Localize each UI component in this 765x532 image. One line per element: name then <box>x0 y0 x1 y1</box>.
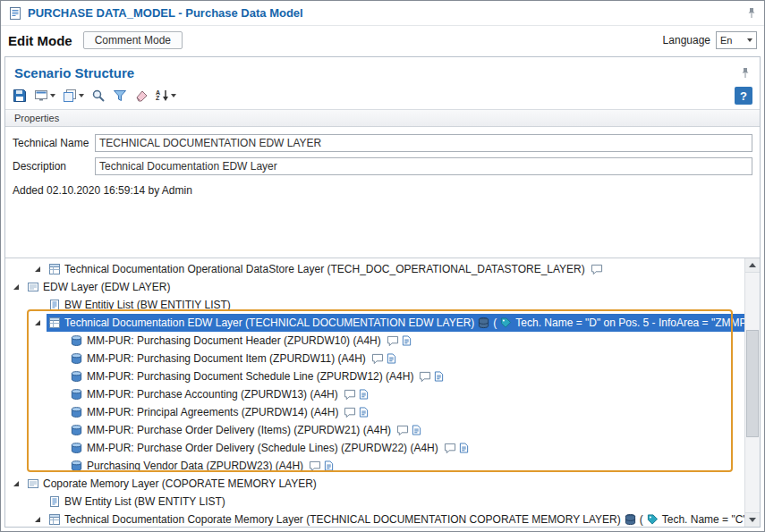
tree-row-zpurdw10[interactable]: MM-PUR: Purchasing Document Header (ZPUR… <box>5 332 744 350</box>
comment-mode-button[interactable]: Comment Mode <box>83 31 183 49</box>
row-trail-icons <box>344 388 369 401</box>
app-window: { "window": { "title": "PURCHASE DATA_MO… <box>0 0 765 532</box>
document-icon[interactable] <box>324 460 334 472</box>
row-trail-icons <box>591 264 603 275</box>
document-icon[interactable] <box>359 388 369 401</box>
tree-row-ods-techdoc[interactable]: Technical Documentation Operational Data… <box>5 260 744 278</box>
search-button[interactable] <box>91 89 106 103</box>
meta-open-paren: ( <box>493 317 497 329</box>
document-icon[interactable] <box>459 442 469 454</box>
table-icon <box>48 263 61 275</box>
description-label: Description <box>13 160 95 173</box>
window-title: PURCHASE DATA_MODEL - Purchase Data Mode… <box>28 6 303 20</box>
scenario-tree: Technical Documentation Operational Data… <box>5 258 760 527</box>
display-icon <box>34 89 48 103</box>
layer-icon <box>27 477 39 490</box>
comment-icon[interactable] <box>396 425 409 436</box>
display-options-button[interactable] <box>34 89 55 103</box>
expander-icon[interactable] <box>34 319 47 326</box>
tree-row-zpurdw13[interactable]: MM-PUR: Purchase Accounting (ZPURDW13) (… <box>5 385 744 403</box>
sort-arrow-icon <box>162 89 169 102</box>
tree-row-body: MM-PUR: Purchase Order Delivery (Items) … <box>68 421 744 439</box>
comment-icon[interactable] <box>344 407 356 418</box>
sort-button[interactable]: A Z <box>156 89 176 102</box>
comment-icon[interactable] <box>344 389 356 401</box>
vertical-scrollbar[interactable] <box>744 258 760 527</box>
properties-form: Technical Name Description <box>5 127 760 175</box>
scroll-up-button[interactable] <box>745 258 760 273</box>
tree-row-zpurdw12[interactable]: MM-PUR: Purchasing Document Schedule Lin… <box>5 367 744 385</box>
sort-letter-z: Z <box>156 96 160 101</box>
panel-pin-icon[interactable] <box>740 67 751 79</box>
document-icon[interactable] <box>387 352 396 365</box>
clear-filter-button[interactable] <box>134 89 149 103</box>
document-icon[interactable] <box>434 370 444 383</box>
comment-icon[interactable] <box>419 371 431 383</box>
tab-properties[interactable]: Properties <box>5 109 760 127</box>
chevron-down-icon <box>50 94 55 97</box>
eraser-icon <box>134 89 149 103</box>
help-button[interactable]: ? <box>735 87 752 105</box>
row-trail-icons <box>387 334 412 347</box>
naming-convention-text: Tech. Name = "D" on Pos. 5 - InfoArea = … <box>515 317 744 329</box>
chevron-down-icon <box>79 94 84 97</box>
scrollbar-thumb[interactable] <box>746 330 759 437</box>
expander-icon[interactable] <box>34 516 47 523</box>
added-info: Added 02.10.2020 16:59:14 by Admin <box>5 181 760 200</box>
toolbar: A Z ? <box>5 82 760 109</box>
tree-row-edw-techdoc-selected[interactable]: Technical Documentation EDW Layer (TECHN… <box>5 314 744 332</box>
tree-row-label: MM-PUR: Purchasing Document Header (ZPUR… <box>87 334 381 347</box>
tree-row-label: BW Entitiy List (BW ENTITIY LIST) <box>64 299 231 311</box>
pin-icon[interactable] <box>746 7 757 19</box>
save-icon <box>13 89 27 103</box>
description-input[interactable] <box>95 157 752 175</box>
table-icon <box>48 513 61 526</box>
tree-row-label: Coporate Memory Layer (COPORATE MEMORY L… <box>43 477 317 490</box>
tree-row-label: MM-PUR: Purchase Accounting (ZPURDW13) (… <box>87 388 338 401</box>
tree-row-body: Technical Documentation EDW Layer (TECHN… <box>47 314 744 332</box>
tree-row-zpurdw23[interactable]: Purchasing Vendor Data (ZPURDW23) (A4H) <box>5 457 744 475</box>
expander-icon[interactable] <box>34 266 47 273</box>
tree-row-zpurdw22[interactable]: MM-PUR: Purchase Order Delivery (Schedul… <box>5 439 744 457</box>
save-button[interactable] <box>13 89 27 103</box>
tree-row-cm-techdoc[interactable]: Technical Documentation Coporate Memory … <box>5 511 744 527</box>
tree-row-zpurdw14[interactable]: MM-PUR: Principal Agreements (ZPURDW14) … <box>5 403 744 421</box>
language-select[interactable]: En <box>716 31 757 49</box>
tree-row-bw-entity-list-edw[interactable]: BW Entitiy List (BW ENTITIY LIST) <box>5 296 744 314</box>
document-icon[interactable] <box>359 406 369 418</box>
document-icon[interactable] <box>412 424 421 436</box>
dso-cylinder-icon <box>70 405 83 419</box>
database-icon <box>625 513 636 526</box>
expander-icon[interactable] <box>13 480 25 487</box>
tree-row-bw-entity-list-cm[interactable]: BW Entity List (BW ENTITY LIST) <box>5 493 744 511</box>
tree-row-zpurdw21[interactable]: MM-PUR: Purchase Order Delivery (Items) … <box>5 421 744 439</box>
tree-row-body: BW Entity List (BW ENTITY LIST) <box>47 493 744 511</box>
technical-name-input[interactable] <box>95 134 752 152</box>
scroll-down-button[interactable] <box>745 512 760 527</box>
comment-icon[interactable] <box>387 335 399 347</box>
arrow-up-icon <box>749 263 756 267</box>
document-icon[interactable] <box>402 334 412 347</box>
copy-structure-button[interactable] <box>63 89 84 103</box>
scenario-structure-panel: Scenario Structure A Z <box>4 56 761 528</box>
comment-icon[interactable] <box>309 460 321 472</box>
tree-rows: Technical Documentation Operational Data… <box>5 258 744 527</box>
tree-row-edw-layer[interactable]: EDW Layer (EDW LAYER) <box>5 278 744 296</box>
tree-row-zpurdw11[interactable]: MM-PUR: Purchasing Document Item (ZPURDW… <box>5 350 744 367</box>
expander-icon[interactable] <box>13 283 25 291</box>
tree-row-label: MM-PUR: Purchasing Document Schedule Lin… <box>87 370 413 383</box>
naming-convention-text: Tech. Name = "C" on Pos. 5 - InfoArea <box>662 513 744 526</box>
title-bar: PURCHASE DATA_MODEL - Purchase Data Mode… <box>1 1 764 26</box>
comment-icon[interactable] <box>591 264 603 275</box>
panel-header: Scenario Structure <box>5 57 760 82</box>
tree-row-body: MM-PUR: Purchasing Document Header (ZPUR… <box>68 332 744 350</box>
comment-icon[interactable] <box>444 443 456 454</box>
tree-row-label: MM-PUR: Purchase Order Delivery (Schedul… <box>87 442 438 454</box>
tree-row-corporate-memory-layer[interactable]: Coporate Memory Layer (COPORATE MEMORY L… <box>5 475 744 493</box>
tree-row-label: Technical Documentation Operational Data… <box>64 263 585 275</box>
dso-cylinder-icon <box>70 459 83 473</box>
language-value: En <box>720 35 732 46</box>
comment-icon[interactable] <box>371 353 384 365</box>
filter-button[interactable] <box>113 89 127 103</box>
tree-row-label: BW Entity List (BW ENTITY LIST) <box>64 495 225 508</box>
